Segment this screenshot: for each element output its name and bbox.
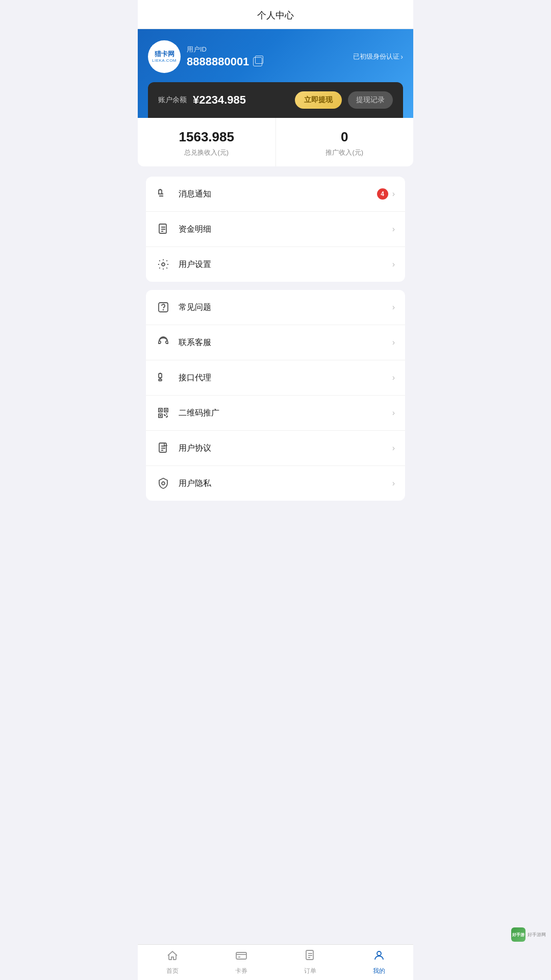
menu-label-finance: 资金明细 xyxy=(179,224,392,235)
svg-rect-16 xyxy=(160,409,161,411)
menu-group-2: 常见问题 › 联系客服 › xyxy=(146,290,405,501)
svg-point-8 xyxy=(163,310,164,310)
menu-right-agreement: › xyxy=(392,444,395,453)
menu-right-faq: › xyxy=(392,303,395,312)
chevron-finance-icon: › xyxy=(392,225,395,234)
qr-icon xyxy=(156,406,170,420)
hero-section: 猎卡网 LIEKA.COM 用户ID 8888880001 已初级身份认证 › … xyxy=(138,29,413,118)
menu-label-privacy: 用户隐私 xyxy=(179,478,392,489)
menu-label-qrcode: 二维码推广 xyxy=(179,408,392,419)
question-icon xyxy=(156,300,170,314)
brand-logo: 猎卡网 LIEKA.COM xyxy=(148,40,181,73)
logo-area: 猎卡网 LIEKA.COM 用户ID 8888880001 xyxy=(148,40,262,73)
chevron-faq-icon: › xyxy=(392,303,395,312)
menu-right-service: › xyxy=(392,338,395,347)
menu-label-settings: 用户设置 xyxy=(179,259,392,270)
menu-item-settings[interactable]: 用户设置 › xyxy=(146,247,405,282)
bottom-nav: 首页 卡券 订单 我的 xyxy=(138,944,413,980)
nav-home[interactable]: 首页 xyxy=(138,945,207,980)
menu-item-qrcode[interactable]: 二维码推广 › xyxy=(146,396,405,431)
menu-label-service: 联系客服 xyxy=(179,337,392,348)
menu-item-faq[interactable]: 常见问题 › xyxy=(146,290,405,325)
plug-icon xyxy=(156,371,170,385)
nav-coupon[interactable]: 卡券 xyxy=(207,945,276,980)
menu-item-notification[interactable]: 消息通知 4 › xyxy=(146,177,405,212)
chevron-qrcode-icon: › xyxy=(392,408,395,418)
menu-right-api: › xyxy=(392,373,395,382)
copy-icon[interactable] xyxy=(253,57,262,66)
stat-exchange: 1563.985 总兑换收入(元) xyxy=(138,118,276,166)
stat-promotion-value: 0 xyxy=(281,129,409,145)
logo-name: 猎卡网 xyxy=(155,51,174,58)
page-title: 个人中心 xyxy=(138,0,413,29)
svg-rect-29 xyxy=(236,952,246,959)
order-icon xyxy=(304,949,316,965)
svg-rect-17 xyxy=(165,409,167,411)
menu-label-faq: 常见问题 xyxy=(179,302,392,313)
chevron-agreement-icon: › xyxy=(392,444,395,453)
svg-rect-24 xyxy=(159,443,166,452)
svg-rect-12 xyxy=(159,379,162,381)
menu-label-agreement: 用户协议 xyxy=(179,443,392,454)
chevron-right-icon: › xyxy=(400,53,403,61)
gear-icon xyxy=(156,257,170,272)
svg-rect-18 xyxy=(160,415,161,416)
svg-point-36 xyxy=(377,951,381,955)
menu-label-notification: 消息通知 xyxy=(179,189,377,200)
nav-mine[interactable]: 我的 xyxy=(344,945,413,980)
menu-right-qrcode: › xyxy=(392,408,395,418)
nav-order[interactable]: 订单 xyxy=(276,945,344,980)
bell-icon xyxy=(156,187,170,201)
svg-rect-2 xyxy=(159,224,166,233)
svg-point-28 xyxy=(162,482,165,485)
chevron-privacy-icon: › xyxy=(392,479,395,488)
menu-item-privacy[interactable]: 用户隐私 › xyxy=(146,466,405,501)
chevron-notification-icon: › xyxy=(392,189,395,199)
menu-item-service[interactable]: 联系客服 › xyxy=(146,325,405,360)
stat-promotion: 0 推广收入(元) xyxy=(276,118,414,166)
stats-card: 1563.985 总兑换收入(元) 0 推广收入(元) xyxy=(138,118,413,166)
nav-order-label: 订单 xyxy=(304,967,316,975)
headset-icon xyxy=(156,335,170,350)
balance-amount: ¥2234.985 xyxy=(193,93,289,107)
user-id-block: 用户ID 8888880001 xyxy=(187,45,262,68)
menu-label-api: 接口代理 xyxy=(179,373,392,383)
balance-card: 账户余额 ¥2234.985 立即提现 提现记录 xyxy=(148,82,403,118)
home-icon xyxy=(166,949,179,965)
verified-badge[interactable]: 已初级身份认证 › xyxy=(353,52,403,61)
menu-item-api[interactable]: 接口代理 › xyxy=(146,360,405,396)
nav-mine-label: 我的 xyxy=(373,967,385,975)
menu-item-agreement[interactable]: 用户协议 › xyxy=(146,431,405,466)
user-icon xyxy=(373,949,385,965)
stat-exchange-label: 总兑换收入(元) xyxy=(143,148,270,157)
shield-icon xyxy=(156,476,170,491)
menu-group-1: 消息通知 4 › 资金明细 › xyxy=(146,177,405,282)
svg-rect-9 xyxy=(159,374,162,378)
nav-coupon-label: 卡券 xyxy=(235,967,247,975)
chevron-api-icon: › xyxy=(392,373,395,382)
doc-icon xyxy=(156,222,170,236)
menu-right-privacy: › xyxy=(392,479,395,488)
user-id-value: 8888880001 xyxy=(187,55,262,68)
svg-point-6 xyxy=(162,263,165,266)
verified-text: 已初级身份认证 xyxy=(353,52,399,61)
file-icon xyxy=(156,441,170,455)
withdraw-record-button[interactable]: 提现记录 xyxy=(348,91,393,109)
menu-right-settings: › xyxy=(392,260,395,269)
svg-rect-32 xyxy=(306,950,313,960)
logo-sub: LIEKA.COM xyxy=(152,58,177,63)
chevron-settings-icon: › xyxy=(392,260,395,269)
user-id-number: 8888880001 xyxy=(187,55,249,68)
stat-exchange-value: 1563.985 xyxy=(143,129,270,145)
user-id-label: 用户ID xyxy=(187,45,262,54)
menu-right-finance: › xyxy=(392,225,395,234)
svg-rect-0 xyxy=(159,190,162,194)
menu-item-finance[interactable]: 资金明细 › xyxy=(146,212,405,247)
withdraw-button[interactable]: 立即提现 xyxy=(295,91,342,109)
stat-promotion-label: 推广收入(元) xyxy=(281,148,409,157)
notification-badge: 4 xyxy=(377,188,388,200)
menu-right-notification: 4 › xyxy=(377,188,395,200)
card-icon xyxy=(235,949,247,965)
balance-label: 账户余额 xyxy=(158,95,187,105)
chevron-service-icon: › xyxy=(392,338,395,347)
